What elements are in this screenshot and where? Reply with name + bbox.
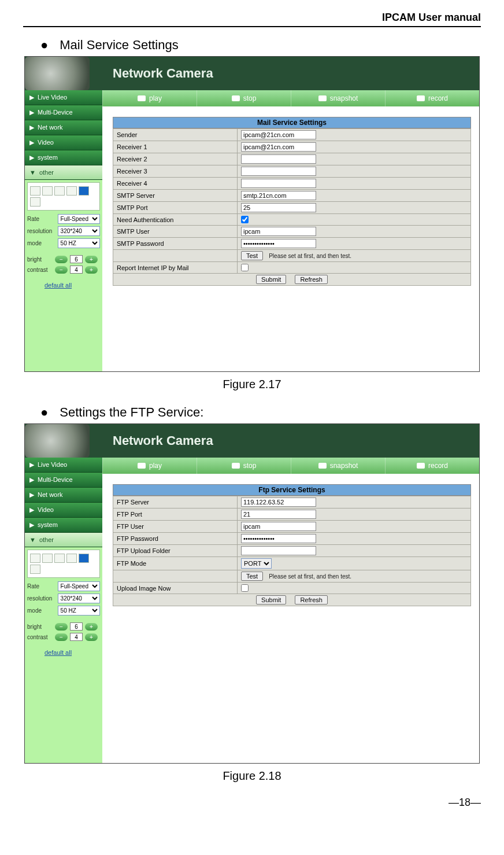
- contrast-value[interactable]: [70, 633, 83, 641]
- ftp-folder-label: FTP Upload Folder: [113, 545, 238, 557]
- snapshot-icon: [318, 95, 327, 101]
- rate-select[interactable]: Full-Speed: [58, 214, 100, 224]
- ctrl-icon[interactable]: [54, 554, 65, 563]
- plus-button[interactable]: +: [85, 256, 98, 263]
- bright-value[interactable]: [70, 622, 83, 631]
- mode-row: mode 50 HZ: [25, 237, 102, 249]
- refresh-button[interactable]: Refresh: [295, 595, 328, 605]
- ctrl-icon[interactable]: [30, 186, 40, 196]
- ftp-port-label: FTP Port: [113, 508, 238, 521]
- receiver3-input[interactable]: [241, 167, 316, 176]
- record-button[interactable]: record: [385, 90, 479, 106]
- play-button[interactable]: play: [102, 458, 197, 474]
- test-hint: Please set at first, and then test.: [269, 573, 351, 580]
- minus-button[interactable]: −: [55, 256, 68, 263]
- button-row: Submit Refresh: [113, 274, 471, 286]
- sidebar-label: system: [38, 154, 58, 161]
- stop-button[interactable]: stop: [197, 458, 291, 474]
- smtp-server-input[interactable]: [241, 191, 316, 200]
- sender-input[interactable]: [241, 130, 316, 139]
- plus-button[interactable]: +: [85, 266, 98, 274]
- bright-label: bright: [27, 624, 53, 630]
- snapshot-button[interactable]: snapshot: [291, 458, 385, 474]
- smtp-port-label: SMTP Port: [113, 202, 238, 214]
- smtp-password-input[interactable]: [241, 239, 316, 248]
- sidebar-item-system[interactable]: ▶system: [25, 518, 102, 533]
- sidebar-item-live-video[interactable]: ▶Live Video: [25, 90, 102, 105]
- ctrl-icon[interactable]: [30, 565, 40, 574]
- snapshot-label: snapshot: [330, 94, 358, 102]
- sidebar-item-other[interactable]: ▼other: [25, 533, 102, 547]
- section-heading-mail: Mail Service Settings: [23, 38, 481, 53]
- stop-label: stop: [243, 94, 257, 102]
- control-icons: [27, 550, 100, 578]
- sender-label: Sender: [113, 129, 238, 141]
- ctrl-icon[interactable]: [54, 186, 65, 196]
- resolution-select[interactable]: 320*240: [58, 594, 100, 603]
- ctrl-icon[interactable]: [30, 197, 40, 207]
- minus-button[interactable]: −: [55, 266, 68, 274]
- sidebar-item-live-video[interactable]: ▶Live Video: [25, 458, 102, 473]
- upload-now-checkbox[interactable]: [241, 584, 249, 592]
- sidebar-item-other[interactable]: ▼other: [25, 165, 102, 180]
- sidebar-item-video[interactable]: ▶Video: [25, 503, 102, 518]
- minus-button[interactable]: −: [55, 623, 68, 631]
- minus-button[interactable]: −: [55, 633, 68, 641]
- sidebar-item-system[interactable]: ▶system: [25, 150, 102, 165]
- play-label: play: [149, 94, 162, 102]
- bright-value[interactable]: [70, 255, 83, 263]
- ftp-port-input[interactable]: [241, 510, 316, 519]
- need-auth-checkbox[interactable]: [241, 216, 249, 223]
- smtp-user-input[interactable]: [241, 227, 316, 236]
- refresh-button[interactable]: Refresh: [295, 275, 328, 284]
- plus-button[interactable]: +: [85, 623, 98, 631]
- receiver2-input[interactable]: [241, 154, 316, 164]
- ctrl-icon[interactable]: [42, 554, 53, 563]
- section-heading-ftp: Settings the FTP Service:: [23, 405, 481, 420]
- rate-select[interactable]: Full-Speed: [58, 581, 100, 591]
- sidebar-item-video[interactable]: ▶Video: [25, 135, 102, 150]
- receiver4-input[interactable]: [241, 179, 316, 188]
- mode-select[interactable]: 50 HZ: [58, 238, 100, 248]
- ctrl-icon[interactable]: [42, 186, 53, 196]
- doc-header: IPCAM User manual: [23, 12, 481, 24]
- form-title: Mail Service Settings: [113, 117, 471, 128]
- submit-button[interactable]: Submit: [256, 595, 286, 605]
- mode-row: mode 50 HZ: [25, 605, 102, 617]
- smtp-port-input[interactable]: [241, 203, 316, 212]
- app-header: Network Camera: [25, 424, 479, 458]
- ftp-mode-select[interactable]: PORT: [241, 558, 272, 569]
- resolution-label: resolution: [27, 228, 56, 234]
- resolution-select[interactable]: 320*240: [58, 226, 100, 236]
- figure-caption-2: Figure 2.18: [23, 769, 481, 783]
- stop-button[interactable]: stop: [197, 90, 291, 106]
- submit-button[interactable]: Submit: [256, 275, 286, 284]
- sidebar-item-multi-device[interactable]: ▶Multi-Device: [25, 473, 102, 488]
- plus-button[interactable]: +: [85, 633, 98, 641]
- ctrl-icon[interactable]: [30, 554, 40, 563]
- sidebar-item-network[interactable]: ▶Net work: [25, 488, 102, 503]
- sidebar-item-network[interactable]: ▶Net work: [25, 120, 102, 135]
- receiver1-input[interactable]: [241, 142, 316, 152]
- ctrl-icon[interactable]: [66, 554, 77, 563]
- mode-select[interactable]: 50 HZ: [58, 606, 100, 616]
- sidebar-item-multi-device[interactable]: ▶Multi-Device: [25, 105, 102, 120]
- sidebar-label: Net work: [38, 124, 62, 131]
- ftp-password-input[interactable]: [241, 534, 316, 543]
- ftp-user-input[interactable]: [241, 522, 316, 531]
- default-all-link[interactable]: default all: [25, 275, 102, 289]
- play-button[interactable]: play: [102, 90, 197, 106]
- contrast-value[interactable]: [70, 266, 83, 274]
- ftp-server-input[interactable]: [241, 497, 316, 507]
- record-button[interactable]: record: [385, 458, 479, 474]
- test-button[interactable]: Test: [241, 251, 263, 260]
- default-all-link[interactable]: default all: [25, 642, 102, 656]
- test-button[interactable]: Test: [241, 572, 263, 581]
- snapshot-button[interactable]: snapshot: [291, 90, 385, 106]
- ftp-folder-input[interactable]: [241, 546, 316, 555]
- ctrl-icon[interactable]: [66, 186, 77, 196]
- ctrl-icon[interactable]: [79, 554, 89, 563]
- topbar: play stop snapshot record: [102, 458, 479, 474]
- ctrl-icon[interactable]: [79, 186, 89, 196]
- report-ip-checkbox[interactable]: [241, 264, 249, 271]
